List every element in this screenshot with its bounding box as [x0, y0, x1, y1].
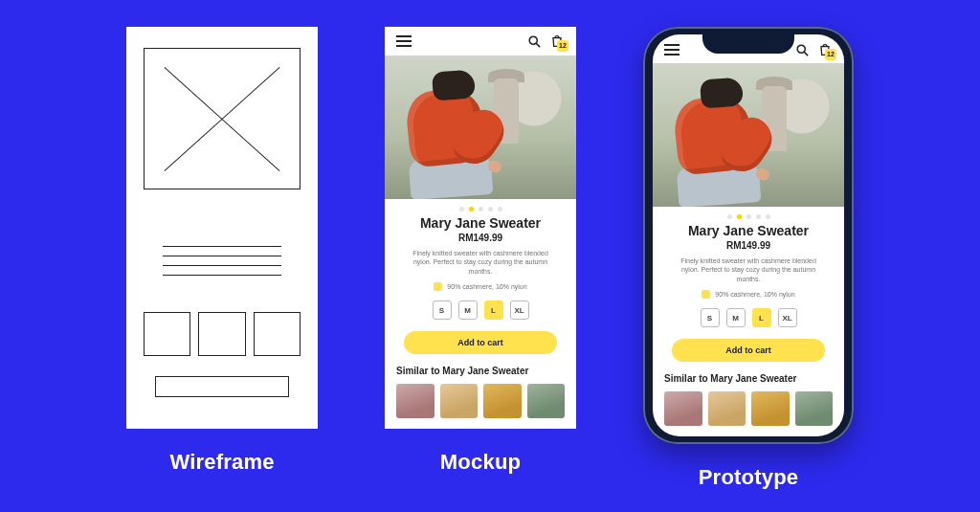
similar-thumbnails[interactable] — [653, 384, 844, 426]
material-icon — [702, 290, 710, 299]
wireframe-option-boxes — [144, 312, 301, 356]
similar-thumbnails[interactable] — [385, 376, 576, 418]
prototype-phone: 12 — [643, 27, 854, 444]
similar-thumb[interactable] — [664, 391, 702, 426]
similar-heading: Similar to Mary Jane Sweater — [664, 373, 833, 384]
product-price: RM149.99 — [653, 240, 844, 251]
material-row: 90% cashmere, 10% nylon — [385, 282, 576, 291]
material-text: 90% cashmere, 10% nylon — [447, 283, 526, 290]
material-row: 90% cashmere, 10% nylon — [653, 290, 844, 299]
product-hero-image — [385, 56, 576, 199]
wireframe-panel — [126, 27, 318, 429]
size-option-xl[interactable]: XL — [778, 308, 797, 327]
size-option-m[interactable]: M — [458, 301, 478, 320]
similar-thumb[interactable] — [440, 384, 479, 418]
svg-point-0 — [529, 36, 537, 44]
phone-notch — [702, 33, 794, 54]
similar-thumb[interactable] — [396, 384, 434, 418]
svg-line-3 — [804, 52, 808, 56]
product-price: RM149.99 — [385, 233, 576, 243]
caption-wireframe: Wireframe — [169, 450, 274, 475]
similar-thumb[interactable] — [708, 391, 746, 426]
material-icon — [434, 282, 442, 291]
carousel-dots[interactable] — [653, 207, 844, 223]
similar-thumb[interactable] — [483, 384, 522, 418]
size-option-s[interactable]: S — [701, 308, 720, 327]
size-option-xl[interactable]: XL — [510, 301, 529, 320]
wireframe-image-placeholder — [144, 48, 301, 189]
size-picker[interactable]: S M L XL — [385, 301, 576, 320]
mockup-screen: 12 Mary Jane Sweater — [385, 27, 576, 429]
product-description: Finely knitted sweater with cashmere ble… — [653, 251, 844, 283]
product-title: Mary Jane Sweater — [385, 215, 576, 231]
material-text: 90% cashmere, 10% nylon — [715, 291, 794, 298]
cart-badge: 12 — [825, 49, 836, 60]
product-description: Finely knitted sweater with cashmere ble… — [385, 243, 576, 276]
cart-icon[interactable]: 12 — [549, 33, 565, 49]
cart-icon[interactable]: 12 — [817, 42, 833, 57]
svg-point-2 — [797, 45, 805, 53]
carousel-dots[interactable] — [385, 199, 576, 215]
size-option-m[interactable]: M — [726, 308, 746, 327]
similar-thumb[interactable] — [527, 384, 566, 418]
caption-mockup: Mockup — [440, 450, 521, 475]
prototype-screen[interactable]: 12 — [653, 34, 844, 436]
similar-heading: Similar to Mary Jane Sweater — [396, 366, 565, 376]
search-icon[interactable] — [527, 34, 542, 49]
menu-icon[interactable] — [664, 44, 679, 56]
size-option-l[interactable]: L — [752, 308, 771, 327]
similar-thumb[interactable] — [751, 391, 790, 426]
size-option-l[interactable]: L — [484, 301, 503, 320]
size-option-s[interactable]: S — [433, 301, 452, 320]
caption-prototype: Prototype — [699, 465, 798, 490]
search-icon[interactable] — [795, 43, 810, 57]
add-to-cart-button[interactable]: Add to cart — [672, 339, 825, 362]
wireframe-cta-placeholder — [155, 376, 289, 397]
cart-badge: 12 — [557, 40, 568, 52]
size-picker[interactable]: S M L XL — [653, 308, 844, 327]
svg-line-1 — [536, 43, 540, 47]
product-title: Mary Jane Sweater — [653, 223, 844, 238]
similar-thumb[interactable] — [795, 391, 834, 426]
add-to-cart-button[interactable]: Add to cart — [404, 331, 557, 354]
product-hero-image[interactable] — [653, 63, 844, 207]
menu-icon[interactable] — [396, 35, 412, 47]
wireframe-text-lines — [163, 237, 281, 284]
